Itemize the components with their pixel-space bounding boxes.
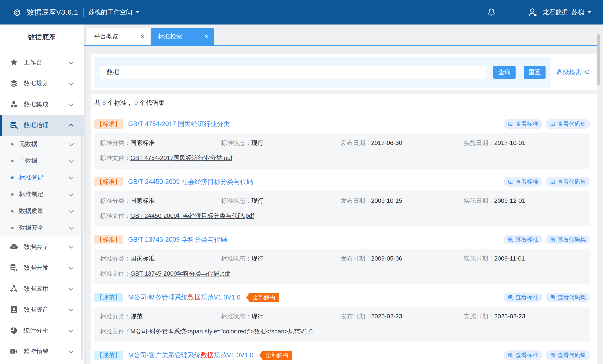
tab-platform-overview[interactable]: 平台概览 ✕ [87, 28, 150, 45]
database-code-icon [10, 264, 18, 272]
standard-file-link[interactable]: M公司-财务管理系统<span style="color:red;">数据</s… [130, 327, 313, 335]
view-codeset-button[interactable]: 查看代码集 [545, 119, 590, 129]
deconstruct-badge: 全部解构 [259, 351, 292, 360]
standard-title-link[interactable]: GB/T 13745-2009 学科分类与代码 [128, 235, 227, 244]
view-standard-button[interactable]: 查看标准 [503, 293, 542, 302]
star-icon [10, 58, 18, 66]
close-icon[interactable]: ✕ [204, 33, 209, 40]
close-icon[interactable]: ✕ [140, 33, 145, 40]
sidebar-item-standard-registration[interactable]: 标准登记 [0, 169, 84, 186]
view-standard-label: 查看标准 [515, 294, 538, 301]
workspace-name: 苏槐的工作空间 [88, 8, 132, 17]
query-button[interactable]: 查询 [493, 66, 516, 79]
publish-date-value: 2009-05-06 [371, 255, 402, 262]
bullet-icon [11, 143, 14, 145]
status-label: 标准状态： [221, 313, 251, 320]
item-type-tag: 【规范】 [94, 293, 123, 302]
sidebar-item-data-integration[interactable]: 数据集成 [0, 94, 84, 115]
sidebar-item-workbench[interactable]: 工作台 [0, 52, 84, 73]
keyword-input[interactable] [100, 66, 487, 79]
implement-date-value: 2025-02-23 [494, 313, 525, 320]
standard-list-item: 【规范】 M公司-财务管理系统数据规范V1.0V1.0 全部解构 查看标准 查看… [91, 285, 597, 343]
chevron-down-icon [69, 158, 74, 163]
view-standard-button[interactable]: 查看标准 [503, 177, 542, 187]
top-bar: 数据底座V3.6.1 苏槐的工作空间 龙石数据−苏槐 [0, 0, 603, 24]
chevron-down-icon [69, 141, 74, 146]
category-label: 标准分类： [100, 197, 130, 204]
sidebar-item-data-development[interactable]: 数据开发 [0, 257, 84, 278]
status-value: 现行 [251, 255, 264, 262]
chevron-down-icon [69, 327, 74, 332]
sidebar-scrollbar[interactable] [81, 133, 83, 360]
workspace-switcher[interactable]: 苏槐的工作空间 [88, 8, 139, 17]
standard-file-link[interactable]: GBT 4754-2017国民经济行业分类.pdf [130, 154, 232, 162]
standard-detail-panel: 标准分类：国家标准 标准状态：现行 发布日期：2009-05-06 实施日期：2… [94, 249, 590, 284]
result-summary: 共 8 个标准， 9 个代码集 [91, 94, 597, 112]
deconstruct-badge: 全部解构 [246, 293, 279, 302]
view-document-icon [550, 353, 556, 358]
advanced-search-link[interactable]: 高级检索 [551, 54, 597, 90]
sidebar-item-data-sharing[interactable]: 数据共享 [0, 236, 84, 257]
standard-detail-panel: 标准分类：国家标准 标准状态：现行 发布日期：2017-06-30 实施日期：2… [94, 133, 590, 169]
sidebar-item-data-application[interactable]: 数据应用 [0, 278, 84, 299]
view-document-icon [550, 237, 556, 243]
standard-file-link[interactable]: GBT 24450-2009社会经济目标分类与代码.pdf [130, 211, 254, 220]
item-type-tag: 【标准】 [94, 235, 123, 244]
reset-button[interactable]: 重置 [524, 66, 545, 79]
view-codeset-label: 查看代码集 [557, 178, 586, 186]
sidebar-item-data-security[interactable]: 数据安全 [0, 220, 84, 236]
sidebar-item-standard-formulation[interactable]: 标准制定 [0, 186, 84, 203]
notification-bell-icon[interactable] [487, 8, 496, 17]
category-label: 标准分类： [100, 140, 130, 146]
view-standard-label: 查看标准 [515, 236, 538, 243]
standard-title-link[interactable]: M公司-客户关系管理系统数据规范V1.0V1.0 [128, 351, 254, 360]
standard-title-link[interactable]: GB/T 24450-2009 社会经济目标分类与代码 [128, 177, 253, 186]
view-standard-button[interactable]: 查看标准 [503, 119, 542, 129]
view-codeset-label: 查看代码集 [557, 236, 586, 243]
view-standard-button[interactable]: 查看标准 [503, 235, 542, 244]
sidebar-item-data-quality[interactable]: 数据质量 [0, 203, 84, 220]
status-label: 标准状态： [221, 197, 251, 204]
sidebar-subitem-label: 数据安全 [19, 224, 43, 232]
sidebar-item-statistics[interactable]: 统计分析 [0, 320, 84, 341]
user-menu[interactable]: 龙石数据−苏槐 [543, 8, 591, 17]
category-label: 标准分类： [100, 313, 130, 320]
standard-list-item: 【标准】 GB/T 24450-2009 社会经济目标分类与代码 查看标准 查看… [91, 170, 597, 227]
status-value: 现行 [251, 140, 264, 146]
share-nodes-icon [10, 284, 18, 293]
filter-panel: 查询 重置 [94, 57, 551, 88]
standard-file-link[interactable]: GBT 13745-2009学科分类与代码.pdf [130, 269, 230, 278]
chevron-down-icon [69, 175, 74, 179]
user-avatar-icon[interactable] [528, 7, 538, 17]
sidebar-item-data-governance[interactable]: 数据治理 [0, 115, 84, 136]
bullet-icon [11, 193, 14, 196]
app-title: 数据底座V3.6.1 [27, 8, 78, 17]
standard-list-item: 【规范】 M公司-客户关系管理系统数据规范V1.0V1.0 全部解构 查看标准 … [91, 343, 597, 364]
chevron-down-icon [69, 225, 74, 230]
layers-icon [10, 79, 18, 88]
view-codeset-button[interactable]: 查看代码集 [545, 293, 590, 302]
tab-standard-search[interactable]: 标准检索 ✕ [151, 28, 214, 45]
sidebar-item-monitoring[interactable]: 监控预警 [0, 341, 84, 362]
view-codeset-button[interactable]: 查看代码集 [545, 177, 590, 187]
chevron-down-icon [136, 11, 139, 13]
bullet-icon [11, 160, 14, 162]
sidebar-item-master-data[interactable]: 主数据 [0, 153, 84, 169]
sidebar-item-metadata[interactable]: 元数据 [0, 136, 84, 153]
standard-title-link[interactable]: M公司-财务管理系统数据规范V1.0V1.0 [128, 293, 241, 302]
implement-date-label: 实施日期： [464, 255, 494, 262]
publish-date-label: 发布日期： [341, 197, 371, 204]
publish-date-value: 2025-02-23 [371, 313, 402, 320]
view-standard-label: 查看标准 [515, 120, 538, 128]
sidebar-item-data-assets[interactable]: 数据资产 [0, 299, 84, 320]
view-codeset-button[interactable]: 查看代码集 [545, 350, 590, 360]
view-codeset-button[interactable]: 查看代码集 [545, 235, 590, 244]
cubes-icon [10, 100, 18, 109]
codeset-unit: 个代码集 [139, 99, 165, 107]
sidebar-item-data-planning[interactable]: 数据规划 [0, 73, 84, 94]
main-scrollbar[interactable] [597, 34, 600, 86]
standard-title-link[interactable]: GB/T 4754-2017 国民经济行业分类 [128, 120, 230, 128]
view-standard-button[interactable]: 查看标准 [503, 350, 542, 360]
sidebar-item-label: 数据开发 [23, 264, 49, 272]
file-label: 标准文件： [100, 327, 130, 335]
